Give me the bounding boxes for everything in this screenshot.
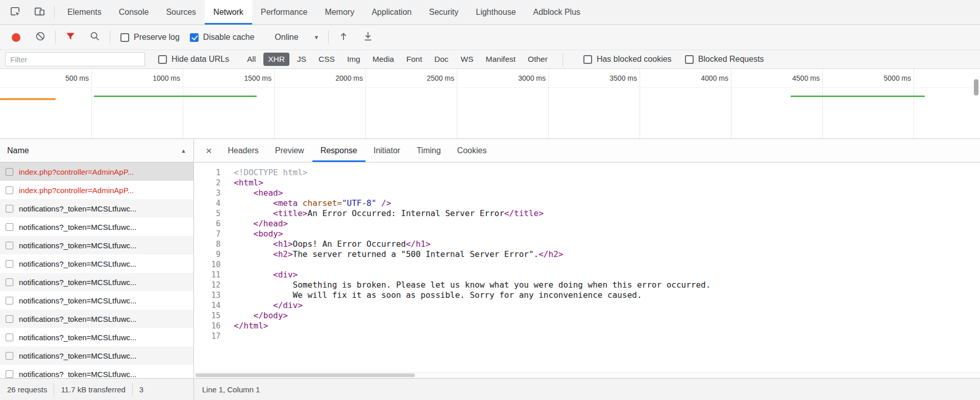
disable-cache-label: Disable cache [203,33,255,42]
devtools-main-tabbar: ElementsConsoleSourcesNetworkPerformance… [0,0,980,25]
request-row[interactable]: notifications?_token=MCSLtfuwc... [0,365,193,378]
import-har-button[interactable] [334,28,353,46]
request-name: notifications?_token=MCSLtfuwc... [19,278,137,287]
horizontal-scrollbar[interactable] [194,372,980,378]
search-button[interactable] [85,28,105,46]
tab-elements[interactable]: Elements [59,0,110,25]
tabbar-icons [0,0,54,25]
syntax-text [234,219,254,228]
timeline-tick-label: 4500 ms [743,74,820,82]
tab-lighthouse[interactable]: Lighthouse [467,0,524,25]
file-icon [6,297,13,304]
has-blocked-cookies-label: Has blocked cookies [597,55,672,64]
type-filter-js[interactable]: JS [292,53,311,66]
code-line: <head> [234,188,980,198]
throttling-select[interactable]: Online ▼ [271,33,323,42]
request-row[interactable]: notifications?_token=MCSLtfuwc... [0,273,193,291]
request-row[interactable]: notifications?_token=MCSLtfuwc... [0,328,193,346]
tab-security[interactable]: Security [420,0,467,25]
response-tab-preview[interactable]: Preview [267,139,312,162]
scrollbar-thumb[interactable] [195,373,415,377]
code-content[interactable]: <!DOCTYPE html><html> <head> <meta chars… [227,168,980,378]
preserve-log-checkbox[interactable]: Preserve log [120,33,180,42]
request-name: notifications?_token=MCSLtfuwc... [19,223,137,231]
response-tab-headers[interactable]: Headers [219,139,266,162]
request-row[interactable]: notifications?_token=MCSLtfuwc... [0,346,193,365]
line-number: 15 [194,311,220,321]
type-filter-xhr[interactable]: XHR [263,53,289,66]
blocked-requests-checkbox[interactable]: Blocked Requests [685,55,764,64]
request-name: notifications?_token=MCSLtfuwc... [19,370,137,379]
timeline-gridline [822,69,823,138]
timeline-gridline [183,69,183,138]
request-row[interactable]: index.php?controller=AdminApP... [0,162,193,181]
toggle-device-toolbar-button[interactable] [30,3,49,21]
response-tab-timing[interactable]: Timing [408,139,449,162]
status-divider [132,383,133,395]
syntax-tag: <html> [234,178,263,187]
type-filter-all[interactable]: All [242,53,260,66]
request-name: notifications?_token=MCSLtfuwc... [19,333,137,342]
preserve-log-label: Preserve log [134,33,180,42]
name-column-header[interactable]: Name ▲ [0,139,193,162]
toolbar-divider [328,31,329,44]
toolbar-divider [54,6,55,19]
record-network-log-button[interactable] [6,28,26,46]
resources-size-clipped: 3 [139,385,143,394]
inspect-cursor-icon [9,6,21,19]
close-button[interactable]: × [198,139,219,162]
file-icon [6,223,13,231]
type-filter-css[interactable]: CSS [314,53,339,66]
tab-console[interactable]: Console [110,0,158,25]
tab-adblock-plus[interactable]: Adblock Plus [525,0,590,25]
has-blocked-cookies-checkbox[interactable]: Has blocked cookies [583,55,672,64]
syntax-tag: <title> [273,208,307,218]
tab-memory[interactable]: Memory [316,0,363,25]
type-filter-manifest[interactable]: Manifest [481,53,521,66]
filter-toggle-button[interactable] [61,28,80,46]
syntax-tag: </head> [254,219,288,228]
code-gutter: 1234567891011121314151617 [194,168,227,378]
disable-cache-checkbox[interactable]: Disable cache [190,33,255,42]
type-filter-media[interactable]: Media [368,53,399,66]
timeline-overview[interactable]: 500 ms1000 ms1500 ms2000 ms2500 ms3000 m… [0,69,980,139]
timeline-request-bar [0,98,56,100]
tab-sources[interactable]: Sources [157,0,205,25]
type-filter-font[interactable]: Font [402,53,427,66]
syntax-tag: </h1> [406,239,430,249]
line-number: 4 [194,198,220,208]
response-tab-cookies[interactable]: Cookies [449,139,495,162]
throttling-value: Online [275,33,298,42]
type-filter-other[interactable]: Other [523,53,552,66]
tab-performance[interactable]: Performance [252,0,316,25]
response-tab-response[interactable]: Response [312,139,365,162]
request-row[interactable]: notifications?_token=MCSLtfuwc... [0,236,193,254]
syntax-tag: <h2> [273,249,293,259]
tab-network[interactable]: Network [205,0,252,25]
type-filter-doc[interactable]: Doc [430,53,453,66]
response-tab-initiator[interactable]: Initiator [365,139,408,162]
syntax-text [234,208,273,218]
request-row[interactable]: index.php?controller=AdminApP... [0,181,193,199]
type-filter-ws[interactable]: WS [456,53,478,66]
scrollbar-thumb[interactable] [974,79,978,96]
response-tabs: HeadersPreviewResponseInitiatorTimingCoo… [219,139,495,162]
file-icon [6,260,13,268]
tab-application[interactable]: Application [363,0,420,25]
request-row[interactable]: notifications?_token=MCSLtfuwc... [0,199,193,218]
line-number: 2 [194,178,220,188]
request-row[interactable]: notifications?_token=MCSLtfuwc... [0,291,193,310]
inspect-element-button[interactable] [5,3,24,21]
request-row[interactable]: notifications?_token=MCSLtfuwc... [0,310,193,328]
syntax-tag: </div> [273,300,303,310]
export-har-button[interactable] [358,28,378,46]
type-filter-img[interactable]: Img [342,53,365,66]
request-row[interactable]: notifications?_token=MCSLtfuwc... [0,218,193,236]
clear-network-log-button[interactable] [31,28,50,46]
file-icon [6,205,13,213]
filter-input[interactable] [5,52,145,66]
request-row[interactable]: notifications?_token=MCSLtfuwc... [0,254,193,273]
hide-data-urls-checkbox[interactable]: Hide data URLs [158,55,229,64]
request-name: index.php?controller=AdminApP... [19,186,134,195]
code-line: </div> [234,300,980,311]
